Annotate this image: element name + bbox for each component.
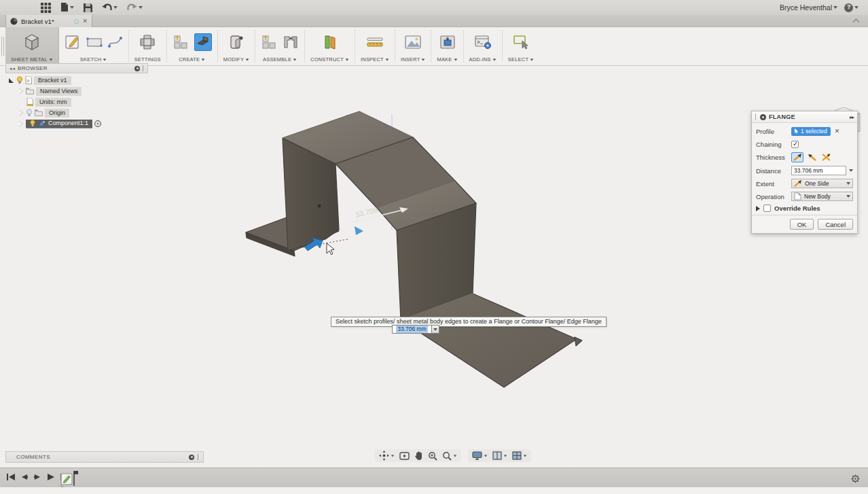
file-menu-button[interactable] — [60, 3, 74, 12]
expand-triangle-icon[interactable] — [9, 78, 14, 83]
press-pull-icon[interactable] — [229, 34, 244, 50]
fit-button[interactable] — [442, 451, 457, 461]
collapse-triangle-icon[interactable] — [19, 110, 23, 116]
tree-item-units[interactable]: Units: mm — [5, 97, 148, 107]
tree-item-origin[interactable]: Origin — [5, 108, 148, 118]
dimension-input-dropdown[interactable] — [432, 325, 439, 334]
spline-tool-icon[interactable] — [108, 35, 123, 49]
visibility-bulb-icon[interactable] — [16, 76, 23, 84]
joint-icon[interactable] — [283, 35, 299, 50]
comments-label: COMMENTS — [16, 454, 185, 460]
profile-selection-chip[interactable]: 1 selected — [791, 127, 831, 136]
browser-settings-icon[interactable] — [134, 66, 140, 71]
app-launcher-grid-icon[interactable] — [41, 3, 51, 13]
mouse-cursor-icon — [327, 243, 334, 255]
comments-bar[interactable]: COMMENTS — [5, 451, 204, 463]
component-icon — [38, 120, 46, 127]
ok-button[interactable]: OK — [790, 219, 814, 230]
construction-plane-icon[interactable] — [321, 34, 339, 50]
cancel-button[interactable]: Cancel — [818, 219, 853, 230]
undo-button[interactable] — [102, 3, 117, 12]
dimension-input-group[interactable]: 33.706 mm — [392, 325, 439, 334]
thickness-label: Thickness — [756, 154, 791, 161]
scripts-add-ins-icon[interactable] — [474, 35, 492, 50]
sheet-metal-rules-icon[interactable] — [139, 33, 156, 51]
tree-label-component: Component1:1 — [48, 119, 88, 128]
user-menu[interactable]: Bryce Heventhal — [780, 3, 837, 12]
override-rules-row[interactable]: Override Rules — [756, 205, 853, 212]
ribbon-grip[interactable] — [1, 37, 4, 56]
visibility-bulb-off-icon[interactable] — [26, 109, 33, 117]
rectangle-tool-icon[interactable] — [86, 37, 103, 48]
pan-button[interactable] — [414, 451, 423, 461]
look-at-button[interactable] — [399, 452, 410, 460]
insert-canvas-icon[interactable] — [404, 35, 422, 50]
tree-item-component[interactable]: Component1:1 — [5, 119, 148, 128]
comments-settings-icon[interactable] — [189, 455, 194, 460]
tree-label-named-views[interactable]: Named Views — [36, 87, 82, 96]
ribbon-group-inspect: INSPECT — [355, 27, 395, 65]
browser-collapse-icon[interactable] — [9, 66, 15, 71]
override-checkbox[interactable] — [763, 205, 771, 212]
orbit-caret-icon — [391, 455, 395, 457]
tree-label-units[interactable]: Units: mm — [35, 98, 71, 107]
step-forward-button[interactable] — [34, 473, 41, 481]
distance-caret-icon[interactable] — [849, 169, 853, 172]
collapse-triangle-icon[interactable] — [19, 121, 23, 126]
tree-label-bracket-v1[interactable]: Bracket v1 — [34, 76, 71, 85]
make-3d-print-icon[interactable] — [439, 35, 456, 50]
visibility-bulb-icon[interactable] — [30, 120, 35, 127]
thickness-symmetric-button[interactable] — [820, 152, 832, 162]
thickness-side2-button[interactable] — [806, 152, 818, 162]
step-back-button[interactable] — [21, 473, 28, 481]
dialog-dock-icon[interactable] — [850, 114, 854, 120]
profile-row: Profile 1 selected — [756, 126, 853, 136]
go-to-start-button[interactable] — [7, 473, 15, 481]
create-sketch-icon[interactable] — [65, 34, 81, 50]
tree-label-origin[interactable]: Origin — [45, 109, 69, 118]
timeline-marker-flag[interactable] — [74, 471, 78, 474]
clear-selection-icon[interactable] — [835, 128, 840, 135]
viewports-button[interactable] — [512, 451, 527, 460]
timeline-feature-sketch[interactable] — [60, 470, 80, 490]
dimension-input[interactable]: 33.706 mm — [392, 325, 432, 334]
operation-select[interactable]: New Body — [791, 192, 853, 201]
operation-row: Operation New Body — [756, 192, 853, 201]
document-tab[interactable]: Bracket v1* — [5, 15, 92, 27]
bracket-body[interactable] — [246, 111, 582, 387]
new-component-assemble-icon[interactable] — [261, 34, 277, 50]
override-expand-icon[interactable] — [756, 206, 760, 211]
toolbar-collapse-chevron-icon[interactable] — [854, 18, 860, 22]
chaining-checkbox[interactable] — [791, 141, 799, 148]
flange-tool-active[interactable] — [194, 33, 212, 51]
tree-row-component-selected[interactable]: Component1:1 — [26, 120, 92, 128]
measure-icon[interactable] — [366, 35, 384, 49]
select-tool-icon[interactable] — [513, 34, 529, 50]
flange-dialog-header[interactable]: FLANGE — [752, 111, 857, 123]
activate-component-radio-icon[interactable] — [94, 120, 101, 127]
new-component-icon[interactable] — [173, 34, 189, 50]
tree-item-root[interactable]: Bracket v1 — [5, 75, 148, 85]
fit-caret-icon — [454, 455, 457, 457]
collapse-triangle-icon[interactable] — [19, 88, 23, 94]
grid-layout-button[interactable] — [492, 451, 507, 460]
distance-input[interactable]: 33.706 mm — [791, 166, 846, 175]
timeline-settings-button[interactable] — [851, 474, 860, 486]
browser-header[interactable]: BROWSER — [5, 63, 148, 73]
thickness-side1-button[interactable] — [791, 152, 803, 162]
redo-button[interactable] — [127, 3, 143, 12]
save-button[interactable] — [84, 3, 92, 12]
zoom-button[interactable] — [428, 451, 437, 461]
operation-caret-icon — [846, 195, 850, 198]
orbit-button[interactable] — [379, 451, 395, 461]
chaining-label: Chaining — [756, 141, 791, 148]
workspace-menu-sheet-metal[interactable]: SHEET METAL — [5, 27, 59, 65]
tab-close-icon[interactable] — [82, 18, 88, 24]
ribbon-group-select: SELECT — [503, 27, 539, 65]
help-menu[interactable] — [844, 3, 858, 12]
play-button[interactable] — [47, 473, 54, 481]
tree-item-named-views[interactable]: Named Views — [5, 86, 148, 96]
extent-select[interactable]: One Side — [791, 179, 853, 188]
flange-icon — [196, 35, 210, 49]
display-settings-button[interactable] — [472, 451, 488, 460]
